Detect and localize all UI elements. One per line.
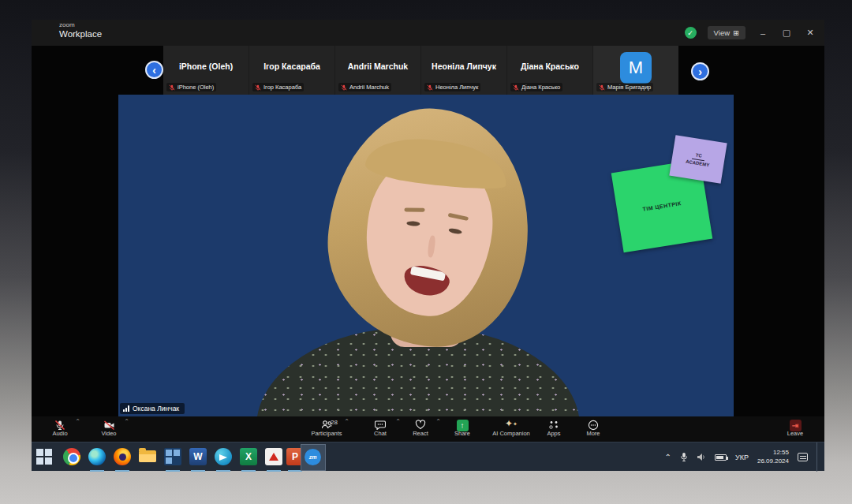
audio-level-icon [123, 405, 129, 412]
chevron-right-icon: › [698, 66, 702, 77]
show-desktop-button[interactable] [816, 442, 819, 472]
participant-label: Діана Красько [510, 83, 562, 91]
tray-clock[interactable]: 12:55 26.09.2024 [757, 449, 789, 465]
action-center-icon[interactable] [798, 453, 808, 461]
participant-tile[interactable]: Andrii Marchuk Andrii Marchuk [335, 46, 421, 95]
participant-label-text: Марія Бригадир [607, 84, 651, 91]
participant-label: Марія Бригадир [596, 83, 653, 91]
zoom-app-icon[interactable]: zm [305, 449, 321, 465]
react-label: React [398, 430, 443, 437]
language-indicator[interactable]: УКР [735, 454, 749, 461]
tray-volume-icon[interactable] [697, 453, 706, 461]
windows-logo-icon [36, 449, 54, 465]
react-button[interactable]: ⌃ React [398, 418, 443, 441]
participant-label-text: Ігор Касараба [263, 84, 301, 91]
muted-mic-icon [427, 84, 433, 91]
speaker-name: Оксана Линчак [133, 405, 179, 413]
participants-button[interactable]: 28 ⌃ Participants [301, 418, 352, 441]
participant-label-text: Andrii Marchuk [349, 84, 389, 91]
more-icon [570, 418, 616, 430]
messenger-icon[interactable] [215, 448, 232, 465]
minimize-button[interactable]: – [757, 28, 769, 38]
titlebar-controls: ✓ View ⊞ – ▢ ✕ [685, 20, 816, 46]
leave-button[interactable]: ⇥ Leave [772, 418, 818, 441]
meeting-toolbar: ⌃ Audio ⌃ Video 28 ⌃ Participants [32, 416, 824, 442]
participant-name: Ігор Касараба [249, 62, 334, 71]
photo-background: zoom Workplace ✓ View ⊞ – ▢ ✕ iPhone (Ol… [0, 0, 852, 504]
chat-button[interactable]: ⌃ Chat [357, 418, 403, 441]
running-indicator [216, 470, 230, 472]
excel-icon[interactable]: X [240, 448, 257, 465]
participant-name: Діана Красько [507, 62, 592, 71]
muted-mic-icon [599, 84, 605, 91]
participants-count-badge: 28 [331, 419, 338, 426]
app-grid-icon[interactable] [164, 448, 181, 465]
filmstrip-next-button[interactable]: › [691, 62, 709, 80]
more-button[interactable]: More [570, 418, 616, 441]
green-card-text: ТІМ ЦЕНТРІК [642, 200, 682, 212]
file-explorer-icon[interactable] [139, 448, 156, 465]
chrome-icon[interactable] [63, 448, 80, 465]
participant-tile[interactable]: Діана Красько Діана Красько [507, 46, 593, 95]
desktop-screen: zoom Workplace ✓ View ⊞ – ▢ ✕ iPhone (Ol… [32, 20, 824, 471]
participant-label: Andrii Marchuk [338, 83, 391, 91]
participant-label: Неоніла Липчук [424, 83, 480, 91]
participant-tile[interactable]: Неоніла Липчук Неоніла Липчук [421, 46, 507, 95]
video-options-caret[interactable]: ⌃ [124, 418, 129, 425]
running-indicator [241, 470, 256, 472]
edge-icon[interactable] [88, 448, 106, 465]
muted-mic-icon [513, 84, 519, 91]
audio-button[interactable]: ⌃ Audio [37, 418, 83, 441]
participant-name: Andrii Marchuk [335, 62, 420, 71]
brand-zoom-text: zoom [59, 22, 102, 29]
close-button[interactable]: ✕ [804, 28, 816, 38]
view-button[interactable]: View ⊞ [708, 26, 746, 39]
participant-avatar: M [620, 52, 652, 84]
participant-tile[interactable]: Ігор Касараба Ігор Касараба [249, 46, 335, 95]
participant-filmstrip: iPhone (Oleh) iPhone (Oleh) Ігор Касараб… [163, 46, 678, 95]
security-shield-icon[interactable]: ✓ [685, 27, 697, 39]
view-button-label: View [714, 28, 730, 37]
tray-battery-icon[interactable] [715, 454, 727, 461]
participant-tile[interactable]: iPhone (Oleh) iPhone (Oleh) [163, 46, 249, 95]
muted-mic-icon [255, 84, 261, 91]
participant-label: Ігор Касараба [252, 83, 304, 91]
tray-time: 12:55 [773, 449, 789, 456]
chevron-left-icon: ‹ [152, 65, 156, 76]
more-label: More [570, 430, 616, 437]
participant-label: iPhone (Oleh) [166, 83, 216, 91]
running-indicator [267, 470, 281, 472]
speaker-video: ТІМ ЦЕНТРІК TC ACADEMY Оксана Линчак [118, 95, 734, 416]
start-button[interactable] [36, 448, 54, 465]
participant-name: iPhone (Oleh) [163, 62, 248, 71]
maximize-button[interactable]: ▢ [780, 28, 793, 38]
brand-workplace-text: Workplace [59, 29, 102, 39]
participants-options-caret[interactable]: ⌃ [344, 418, 349, 425]
running-indicator [90, 470, 104, 472]
share-button[interactable]: ↑ Share [439, 418, 485, 441]
tray-mic-icon[interactable] [680, 452, 688, 462]
firefox-icon[interactable] [114, 448, 131, 465]
running-indicator [166, 470, 180, 472]
purple-sticky-card: TC ACADEMY [669, 135, 727, 184]
audio-options-caret[interactable]: ⌃ [75, 418, 80, 425]
running-indicator [115, 470, 129, 472]
participant-label-text: Діана Красько [521, 84, 560, 91]
windows-taskbar: W X P zm ⌃ УКР 12:55 26.09.2024 [32, 442, 824, 471]
word-icon[interactable]: W [189, 448, 207, 465]
chat-label: Chat [357, 430, 403, 437]
speaker-brow [404, 207, 424, 211]
speaker-nametag: Оксана Линчак [120, 403, 185, 414]
filmstrip-previous-button[interactable]: ‹ [145, 61, 163, 79]
participants-label: Participants [301, 430, 352, 437]
grid-view-icon: ⊞ [733, 28, 739, 37]
video-button[interactable]: ⌃ Video [86, 418, 132, 441]
participant-tile[interactable]: M Марія Бригадир [593, 46, 678, 95]
tray-date: 26.09.2024 [757, 457, 789, 465]
shield-check-glyph: ✓ [687, 29, 693, 37]
leave-label: Leave [772, 430, 818, 437]
acrobat-icon[interactable] [265, 448, 282, 465]
tray-chevron-icon[interactable]: ⌃ [665, 453, 671, 461]
participant-label-text: iPhone (Oleh) [178, 84, 214, 91]
muted-mic-icon [341, 84, 347, 91]
